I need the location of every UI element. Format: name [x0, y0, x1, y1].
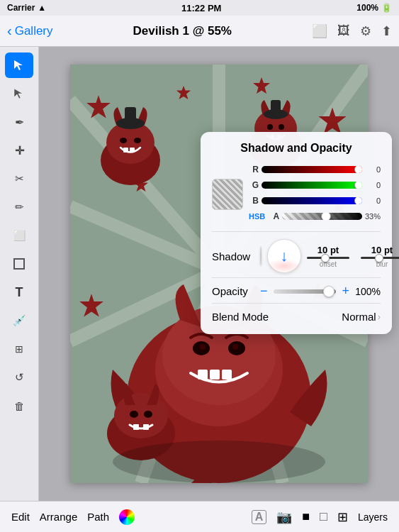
red-slider-row: R 0: [249, 163, 381, 176]
blue-slider-row: B 0: [249, 194, 381, 207]
pencil-tool[interactable]: ✏: [5, 194, 33, 220]
red-slider[interactable]: [262, 166, 362, 173]
svg-rect-27: [123, 148, 128, 153]
gear-icon[interactable]: ⚙: [360, 23, 371, 39]
shadow-offset-value: 10 pt: [317, 245, 339, 255]
opacity-slider[interactable]: [274, 289, 337, 294]
bottom-left: Edit Arrange Path: [11, 509, 135, 525]
battery-label: 100%: [356, 3, 378, 13]
status-left: Carrier ▲: [7, 3, 46, 13]
opacity-row: Opacity − + 100%: [212, 277, 381, 299]
svg-point-26: [134, 138, 141, 143]
main-area: ✒ ✛ ✂ ✏ ⬜ T 💉 ⊞ ↺ 🗑: [0, 47, 399, 501]
shadow-opacity-panel: Shadow and Opacity R 0 G: [201, 132, 392, 334]
grid-icon[interactable]: ⊞: [337, 509, 348, 525]
blend-mode-value: Normal ›: [342, 311, 381, 323]
sliders-col: R 0 G 0: [249, 163, 381, 226]
opacity-label: Opacity: [212, 285, 254, 297]
svg-point-53: [113, 440, 325, 483]
status-time: 11:22 PM: [181, 3, 221, 13]
carrier-label: Carrier: [7, 3, 35, 13]
svg-point-42: [200, 344, 206, 350]
bottom-toolbar: Edit Arrange Path A 📷 ■ □ ⊞ Layers: [0, 501, 399, 532]
text-format-icon[interactable]: A: [252, 510, 267, 524]
opacity-plus-button[interactable]: +: [342, 284, 349, 299]
svg-rect-52: [143, 424, 149, 430]
rotate-tool[interactable]: ↺: [5, 365, 33, 390]
pen-tool[interactable]: ✒: [5, 109, 33, 135]
blend-mode-label: Blend Mode: [212, 311, 269, 323]
shadow-label: Shadow: [212, 250, 254, 262]
blend-mode-row[interactable]: Blend Mode Normal ›: [212, 303, 381, 323]
nav-bar: ‹ Gallery Devilish 1 @ 55% ⬜ 🖼 ⚙ ⬆: [0, 16, 399, 47]
svg-point-50: [144, 411, 152, 418]
edit-button[interactable]: Edit: [11, 511, 30, 523]
green-value: 0: [365, 181, 381, 189]
shadow-color-circle[interactable]: [260, 246, 262, 266]
nav-back-button[interactable]: ‹ Gallery: [7, 23, 53, 39]
add-anchor-tool[interactable]: ✛: [5, 138, 33, 163]
shadow-blur-value: 10 pt: [371, 245, 393, 255]
shadow-section: Shadow ↓ 10 pt offset: [212, 231, 381, 273]
svg-rect-32: [271, 100, 281, 115]
delete-tool[interactable]: 🗑: [5, 393, 33, 419]
opacity-thumb: [323, 286, 335, 297]
svg-rect-24: [125, 107, 136, 124]
shadow-blur-slider[interactable]: [361, 257, 399, 259]
scissors-tool[interactable]: ✂: [5, 166, 33, 192]
alpha-label: A: [269, 211, 279, 221]
alpha-slider-row: HSB A 33%: [249, 210, 381, 223]
svg-point-43: [232, 344, 238, 350]
direct-select-tool[interactable]: [5, 81, 33, 106]
canvas-area[interactable]: Shadow and Opacity R 0 G: [39, 47, 399, 501]
status-right: 100% 🔋: [356, 3, 392, 13]
shadow-blur-group: 10 pt blur: [361, 245, 399, 268]
color-wheel-button[interactable]: [119, 509, 135, 525]
opacity-minus-button[interactable]: −: [260, 284, 268, 299]
shadow-values: 10 pt offset 10 pt blur: [307, 245, 399, 268]
bottom-right: A 📷 ■ □ ⊞ Layers: [252, 509, 388, 525]
blue-label: B: [249, 196, 259, 206]
nav-title: Devilish 1 @ 55%: [133, 24, 232, 38]
svg-rect-51: [133, 424, 139, 430]
battery-icon: 🔋: [381, 3, 392, 13]
select-tool[interactable]: [5, 52, 33, 78]
svg-rect-45: [210, 370, 220, 379]
hsb-link[interactable]: HSB: [249, 212, 265, 221]
blue-value: 0: [365, 196, 381, 205]
left-toolbar: ✒ ✛ ✂ ✏ ⬜ T 💉 ⊞ ↺ 🗑: [0, 47, 39, 501]
square-outline-icon[interactable]: □: [320, 509, 327, 524]
camera-icon[interactable]: 📷: [276, 509, 292, 525]
text-tool[interactable]: T: [5, 279, 33, 305]
blue-slider[interactable]: [262, 197, 362, 204]
green-slider[interactable]: [262, 182, 362, 189]
shadow-offset-slider[interactable]: [307, 257, 349, 259]
eraser-tool[interactable]: ⬜: [5, 223, 33, 248]
svg-rect-46: [222, 370, 232, 379]
red-value: 0: [365, 165, 381, 174]
eyedropper-tool[interactable]: 💉: [5, 308, 33, 333]
back-chevron-icon: ‹: [7, 23, 12, 39]
color-swatch[interactable]: [212, 179, 243, 210]
back-label: Gallery: [15, 24, 53, 38]
image-icon[interactable]: 🖼: [337, 23, 350, 38]
alpha-slider[interactable]: [282, 213, 362, 220]
square-solid-icon[interactable]: ■: [302, 509, 310, 524]
opacity-value: 100%: [355, 286, 381, 297]
rect-tool[interactable]: [5, 251, 33, 277]
svg-point-49: [130, 411, 138, 418]
svg-rect-44: [198, 370, 208, 379]
shadow-offset-group: 10 pt offset: [307, 245, 349, 268]
svg-marker-0: [14, 60, 23, 70]
frame-icon[interactable]: ⬜: [312, 23, 327, 39]
share-icon[interactable]: ⬆: [381, 23, 392, 39]
svg-rect-28: [130, 148, 135, 153]
freeform-tool[interactable]: ⊞: [5, 336, 33, 362]
layers-button[interactable]: Layers: [358, 511, 388, 523]
arrange-button[interactable]: Arrange: [40, 511, 77, 523]
color-preview-row: R 0 G 0: [212, 163, 381, 226]
path-button[interactable]: Path: [87, 511, 109, 523]
svg-point-34: [279, 124, 284, 130]
alpha-value: 33%: [365, 212, 381, 221]
panel-title: Shadow and Opacity: [212, 142, 381, 155]
